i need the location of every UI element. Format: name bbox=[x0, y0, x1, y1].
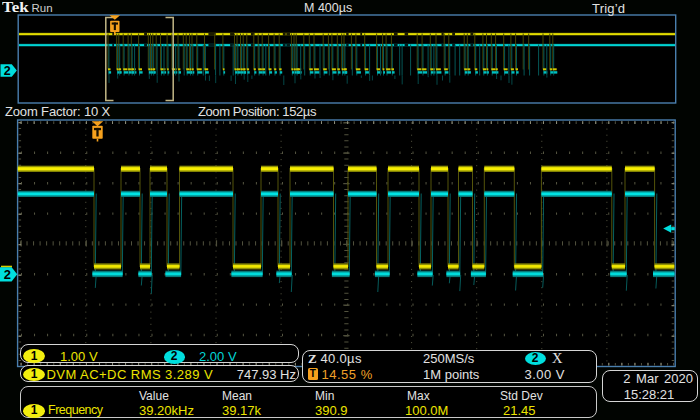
svg-text:2: 2 bbox=[4, 64, 11, 78]
svg-text:2: 2 bbox=[4, 267, 11, 282]
